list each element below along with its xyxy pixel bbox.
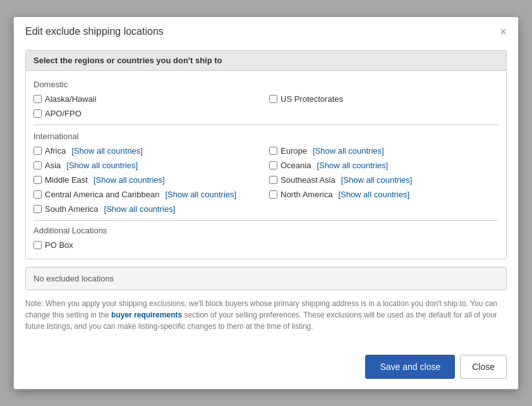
section-body: Domestic Alaska/Hawaii US Protectorates xyxy=(26,71,506,259)
asia-checkbox[interactable] xyxy=(33,161,42,169)
list-item: North America [Show all countries] xyxy=(269,188,499,200)
middle-east-checkbox[interactable] xyxy=(33,176,42,184)
south-america-label: South America xyxy=(45,204,99,214)
international-left-col: Africa [Show all countries] Asia [Show a… xyxy=(33,145,263,215)
edit-shipping-modal: Edit exclude shipping locations × Select… xyxy=(13,16,519,390)
us-protectorates-checkbox[interactable] xyxy=(269,95,277,103)
southeast-asia-show-link[interactable]: [Show all countries] xyxy=(341,175,413,185)
list-item: Europe [Show all countries] xyxy=(269,145,499,157)
africa-show-link[interactable]: [Show all countries] xyxy=(71,146,143,156)
oceania-label: Oceania xyxy=(281,161,311,170)
north-america-show-link[interactable]: [Show all countries] xyxy=(338,190,409,199)
us-protectorates-label: US Protectorates xyxy=(281,94,343,104)
international-grid: Africa [Show all countries] Asia [Show a… xyxy=(33,145,499,215)
list-item: Alaska/Hawaii xyxy=(33,93,263,105)
europe-show-link[interactable]: [Show all countries] xyxy=(313,146,384,156)
central-america-checkbox[interactable] xyxy=(33,190,42,199)
domestic-grid: Alaska/Hawaii US Protectorates APO/FPO xyxy=(33,93,499,120)
europe-label: Europe xyxy=(281,146,307,156)
section-header: Select the regions or countries you don'… xyxy=(26,51,506,71)
modal-header: Edit exclude shipping locations × xyxy=(14,17,518,44)
modal-footer: Save and close Close xyxy=(14,348,518,389)
additional-label: Additional Locations xyxy=(33,226,499,235)
list-item: US Protectorates xyxy=(269,93,499,105)
list-item: Middle East [Show all countries] xyxy=(33,174,263,186)
south-america-checkbox[interactable] xyxy=(33,205,42,213)
close-button[interactable]: Close xyxy=(460,355,507,379)
domestic-label: Domestic xyxy=(33,80,499,89)
north-america-checkbox[interactable] xyxy=(269,190,277,199)
southeast-asia-label: Southeast Asia xyxy=(281,175,336,185)
po-box-checkbox[interactable] xyxy=(33,241,42,249)
regions-section: Select the regions or countries you don'… xyxy=(25,50,507,259)
apo-fpo-checkbox[interactable] xyxy=(33,109,42,118)
apo-fpo-label: APO/FPO xyxy=(45,109,82,118)
oceania-show-link[interactable]: [Show all countries] xyxy=(317,161,388,170)
international-right-col: Europe [Show all countries] Oceania [Sho… xyxy=(269,145,499,215)
alaska-hawaii-checkbox[interactable] xyxy=(33,95,42,103)
list-item: Africa [Show all countries] xyxy=(33,145,263,157)
modal-body: Select the regions or countries you don'… xyxy=(14,44,518,348)
list-item: Central America and Caribbean [Show all … xyxy=(33,188,263,200)
central-america-label: Central America and Caribbean xyxy=(45,190,159,199)
note-section: Note: When you apply your shipping exclu… xyxy=(25,298,507,332)
asia-label: Asia xyxy=(45,161,61,170)
close-x-button[interactable]: × xyxy=(500,26,507,37)
middle-east-show-link[interactable]: [Show all countries] xyxy=(94,175,165,185)
excluded-locations-box: No excluded locations xyxy=(25,267,507,290)
southeast-asia-checkbox[interactable] xyxy=(269,176,277,184)
modal-title: Edit exclude shipping locations xyxy=(25,26,164,37)
po-box-label: PO Box xyxy=(45,240,73,250)
divider-2 xyxy=(33,220,499,221)
africa-checkbox[interactable] xyxy=(33,147,42,155)
excluded-text: No excluded locations xyxy=(33,274,114,283)
list-item: PO Box xyxy=(33,239,499,251)
south-america-show-link[interactable]: [Show all countries] xyxy=(104,204,176,214)
list-item: Southeast Asia [Show all countries] xyxy=(269,174,499,186)
list-item: APO/FPO xyxy=(33,108,263,120)
asia-show-link[interactable]: [Show all countries] xyxy=(66,161,138,170)
divider xyxy=(33,125,499,125)
list-item: Oceania [Show all countries] xyxy=(269,159,499,171)
alaska-hawaii-label: Alaska/Hawaii xyxy=(45,94,97,104)
save-and-close-button[interactable]: Save and close xyxy=(365,355,455,379)
middle-east-label: Middle East xyxy=(45,175,88,185)
africa-label: Africa xyxy=(45,146,66,156)
oceania-checkbox[interactable] xyxy=(269,161,277,169)
list-item: Asia [Show all countries] xyxy=(33,159,263,171)
international-label: International xyxy=(33,132,499,141)
buyer-requirements-link[interactable]: buyer requirements xyxy=(111,311,182,319)
central-america-show-link[interactable]: [Show all countries] xyxy=(165,190,236,199)
europe-checkbox[interactable] xyxy=(269,147,277,155)
north-america-label: North America xyxy=(281,190,332,199)
list-item: South America [Show all countries] xyxy=(33,203,263,215)
